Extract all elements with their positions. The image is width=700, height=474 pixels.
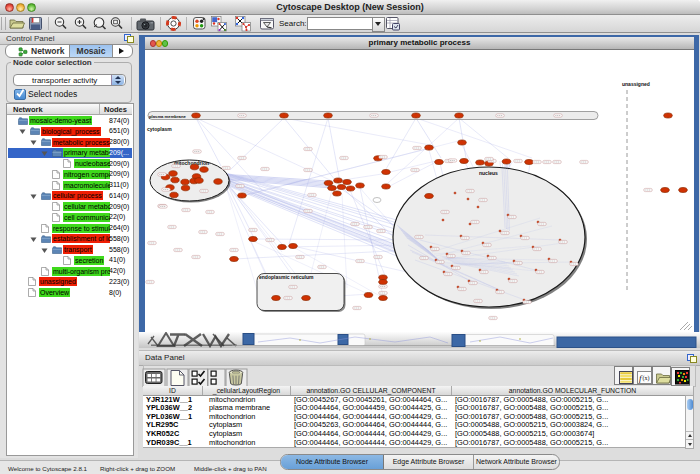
svg-text:plasma membrane: plasma membrane [149,114,186,119]
svg-text:unassigned: unassigned [622,81,650,87]
svg-text:(x): (x) [643,375,650,382]
svg-text:cytoplasm: cytoplasm [147,126,172,132]
svg-text:endoplasmic reticulum: endoplasmic reticulum [259,274,314,280]
svg-text:nucleus: nucleus [479,170,498,176]
